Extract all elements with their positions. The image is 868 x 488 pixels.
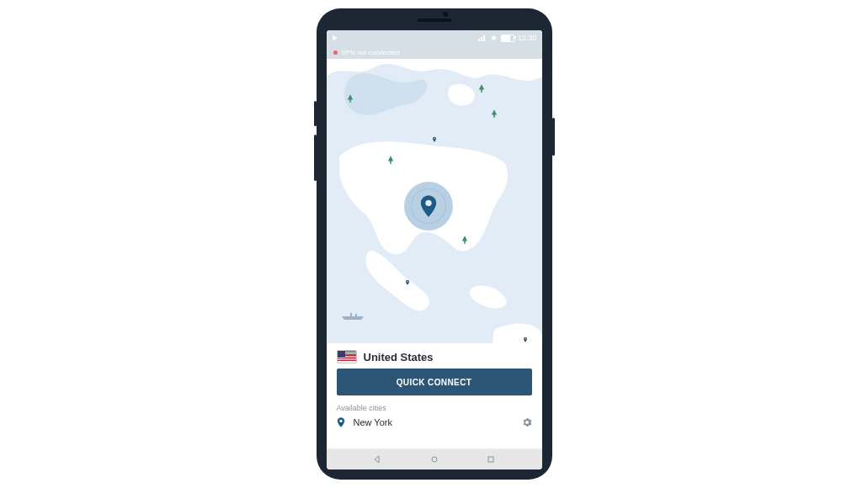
svg-point-1 [425,200,431,206]
back-button[interactable] [371,454,383,465]
tree-icon [461,232,468,241]
server-pin[interactable] [522,332,529,338]
svg-rect-6 [488,457,493,462]
svg-point-4 [339,420,342,422]
app-screen: 12.30 VPN not connected United States QU… [327,30,542,469]
flag-icon [337,350,357,363]
pin-icon [337,417,345,427]
vpn-status-text: VPN not connected [342,49,400,56]
boat-icon [340,308,365,316]
city-row[interactable]: New York [327,414,542,431]
android-statusbar: 12.30 [327,30,542,45]
phone-side-button [552,118,555,156]
wifi-icon [490,34,498,42]
phone-side-button [314,101,317,126]
tree-icon [347,91,354,99]
battery-icon [501,34,514,42]
home-button[interactable] [429,454,440,465]
clock: 12.30 [518,34,537,42]
svg-point-5 [432,457,437,462]
recents-button[interactable] [485,454,497,465]
status-dot-icon [333,50,338,55]
vpn-status-banner: VPN not connected [327,45,542,59]
world-map[interactable] [327,30,542,360]
phone-speaker [418,19,451,22]
phone-side-button [314,135,317,181]
svg-rect-2 [350,313,352,316]
signal-icon [478,34,487,41]
tree-icon [387,152,394,161]
notification-icon [333,34,338,41]
tree-icon [478,81,485,89]
server-pin[interactable] [431,131,438,138]
location-card: United States QUICK CONNECT Available ci… [327,343,542,449]
phone-frame: 12.30 VPN not connected United States QU… [317,8,552,480]
server-pin[interactable] [404,274,411,281]
android-navbar [327,449,542,469]
tree-icon [491,106,498,114]
country-name: United States [364,351,434,363]
svg-rect-3 [355,314,357,316]
quick-connect-button[interactable]: QUICK CONNECT [337,369,532,395]
gear-icon[interactable] [522,417,532,427]
phone-camera [443,12,448,17]
available-cities-label: Available cities [327,395,542,414]
city-name: New York [354,417,514,427]
selected-location-pin[interactable] [404,182,453,231]
